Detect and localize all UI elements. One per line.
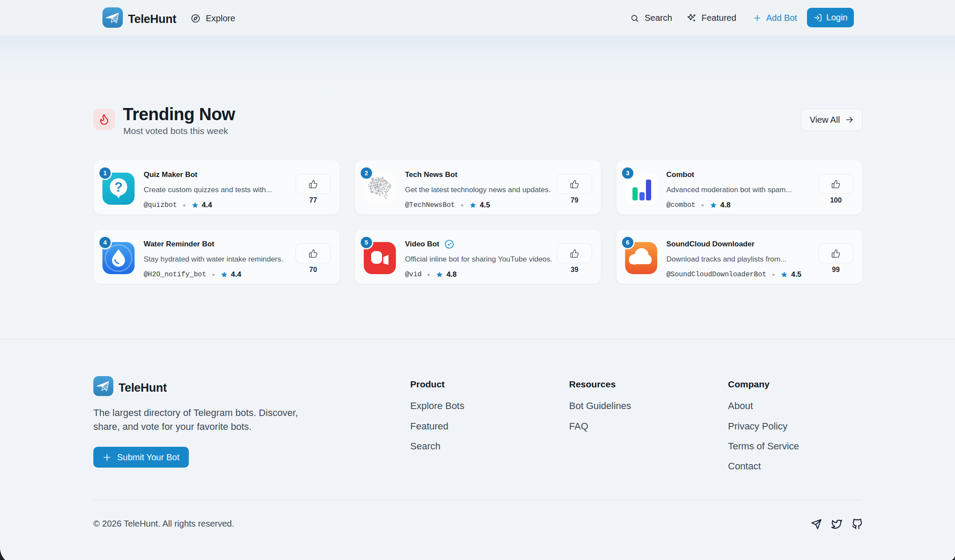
svg-text:?: ?: [115, 180, 123, 195]
